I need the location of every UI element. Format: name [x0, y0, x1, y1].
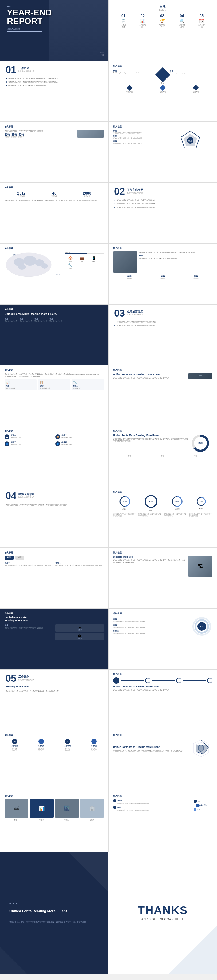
slide-supporting-text: 输入标题 Supporting text here 请在此处输入文字，本文字方框… — [108, 548, 217, 608]
cover-meta: 姓名 日期 — [101, 51, 104, 57]
svg-text:核心: 核心 — [200, 625, 203, 627]
section-sub: 以此字体排版美观大方 — [18, 70, 35, 73]
slide-circles: 输入标题 75% 标题一 75% — [108, 487, 217, 548]
contents-item-4: 04 🔍 经验问题总结 — [179, 14, 185, 28]
slide-existing-issues: 存在问题 Unified Fonts MakeReading More Flue… — [0, 608, 108, 669]
slide-work-overview: 01 工作概述 以此字体排版美观大方 请在此处输入文字，本文字方框中的文字均可编… — [0, 61, 108, 122]
slide-achievements: 03 成果成绩展示 以此字体排版美观大方 ✓ 请在此处输入文字，本文字方框中的文… — [108, 304, 217, 365]
slide-contents: 目录 Contents 01 📋 工作总概述 02 📊 工作完成情况 03 — [108, 0, 217, 61]
slide-tabs: 输入标题 标题 标题 标题一 请在此处输入文字，本文字方框中的文字均可编辑修改，… — [0, 548, 108, 608]
slide-unified-fonts-2: 输入标题 Unified Fonts Make Reading more Flu… — [108, 365, 217, 426]
svg-text:75%: 75% — [149, 500, 153, 503]
thanks-main-title: THANKS — [138, 905, 188, 916]
tab-2[interactable]: 标题 — [15, 556, 24, 560]
contents-item-1: 01 📋 工作总概述 — [121, 14, 126, 28]
svg-point-6 — [23, 256, 37, 266]
slide-work-plan-05: 05 工作计划 以此字体排版美观大方 Reading More Fluent. … — [0, 669, 108, 730]
input-header: 输入标题 — [113, 64, 212, 67]
svg-point-7 — [18, 264, 26, 270]
slide-summary: 总结规划 标题一 请在此处输入文字，本文字方框中的文字均可编辑修改 标题二 请在… — [108, 608, 217, 669]
slide-person-nodes: 输入标题 标题一 请在此处输入文字，本文字方框中的文字均可编辑修改 — [108, 791, 217, 852]
slide-timeline: 输入标题 → △ △ △ — [108, 669, 217, 730]
slide-input-topic-1: 输入标题 标题 Text here please input your text… — [108, 61, 217, 122]
slide-work-achievements: 02 工作完成情况 以此字体排版美观大方 ✓ 请在此处输入文字，本文字方框中的文… — [108, 183, 217, 243]
slide-icons-grid: 输入标题 ☁ 标题一 请在此处输入文字 📦 — [0, 426, 108, 487]
thanks-title: Unified Fonts Reading More Fluent — [10, 909, 99, 913]
contents-title: 目录 — [114, 4, 211, 9]
slide-input-topic-2: 输入标题 请在此处输入文字，本文字方框中的文字均可编辑修改 21% 数据展示 3… — [0, 122, 108, 183]
svg-marker-32 — [196, 740, 209, 754]
contents-item-3: 03 🏆 成果成绩展示 — [159, 14, 166, 28]
cover-title2: REPORT — [7, 17, 102, 25]
slide-world-map: 输入标题 57% 87% — [0, 243, 108, 304]
cover-subtitle: 请输入副标题 — [7, 27, 42, 32]
slide-work-plan: 04 经验问题总结 以此字体排版美观大方 请在此处输入文字，本文字方框中的文字均… — [0, 487, 108, 548]
slide-input-topic-5: 输入标题 请在此处输入文字，本文字方框中的文字均可编辑修改，请在此处输入文字，输… — [0, 365, 108, 426]
svg-text:标题: 标题 — [188, 140, 192, 142]
svg-text:64%: 64% — [199, 501, 203, 503]
thanks-slogan: AND YOUR SLOGAN HERE — [138, 918, 188, 921]
slide-cover: ■■■■ YEAR-END REPORT 请输入副标题 姓名 日期 — [0, 0, 108, 61]
slide-input-topic-4: 输入标题 请在此处输入文字，本文字方框中的文字均可编辑修改，请在此处输入文字内容… — [108, 243, 217, 304]
slide-input-topic-3: 输入标题 标题 请在此处输入文字，本文字方框中的文字 标题 请在此处输入文字，本… — [108, 122, 217, 183]
contents-item-2: 02 📊 工作完成情况 — [139, 14, 146, 28]
slide-thanks: ■ ■ ■ Unified Fonts Reading More Fluent … — [0, 852, 217, 974]
slide-stats: 输入标题 2017 年度数据 46 项目数量 2000 服务人次 — [0, 183, 108, 243]
slide-photos-icons: 输入标题 🏙 📊 🌃 🏢 标题一 — [0, 791, 108, 852]
slide-input-progress: 输入标题 Unified Fonts Make Reading More Flu… — [108, 426, 217, 487]
section-num: 01 — [6, 64, 16, 75]
slide-unified-fonts-dark: 输入标题 Unified Fonts Make Reading More Flu… — [0, 304, 108, 365]
contents-item-5: 05 📅 新年工作计划 — [198, 14, 205, 28]
tab-1[interactable]: 标题 — [5, 556, 14, 560]
cover-title: YEAR-END — [7, 8, 102, 17]
slide-hexagon: 输入标题 Unified Fonts Make Reading More Flu… — [108, 730, 217, 791]
svg-point-9 — [41, 263, 48, 269]
svg-text:80%: 80% — [175, 501, 179, 503]
section-title: 工作概述 — [18, 67, 35, 70]
slide-work-steps: 输入标题 ① 工作规划 请在此处输入文字 ② 工作规划 — [0, 730, 108, 791]
svg-text:75%: 75% — [123, 501, 127, 503]
svg-text:89%: 89% — [198, 442, 203, 445]
contents-subtitle: Contents — [114, 9, 211, 11]
